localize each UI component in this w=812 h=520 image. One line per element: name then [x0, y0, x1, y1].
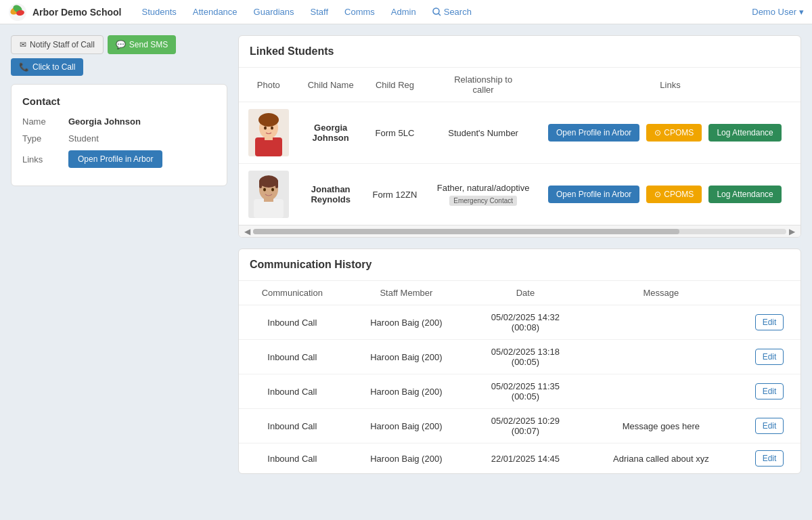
comm-edit-cell: Edit: [738, 340, 800, 374]
student-name-cell: JonathanReynolds: [298, 164, 363, 225]
comm-message: Message goes here: [584, 409, 738, 443]
georgia-open-profile-button[interactable]: Open Profile in Arbor: [548, 124, 639, 142]
open-profile-button[interactable]: Open Profile in Arbor: [68, 150, 162, 168]
contact-card: Contact Name Georgia Johnson Type Studen…: [11, 84, 227, 186]
svg-point-4: [433, 8, 439, 14]
jonathan-log-attendance-button[interactable]: Log Attendance: [708, 186, 781, 203]
navbar: Arbor Demo School Students Attendance Gu…: [0, 0, 812, 24]
contact-links-row: Links Open Profile in Arbor: [22, 150, 216, 168]
student-relationship-cell: Father, natural/adoptive Emergency Conta…: [426, 164, 540, 225]
scroll-track[interactable]: [253, 229, 786, 234]
click-to-call-button[interactable]: 📞 Click to Call: [11, 58, 83, 76]
nav-item-guardians[interactable]: Guardians: [247, 4, 301, 20]
comm-edit-cell: Edit: [738, 409, 800, 443]
comm-type: Inbound Call: [239, 340, 346, 374]
edit-button[interactable]: Edit: [755, 383, 784, 399]
comm-type: Inbound Call: [239, 443, 346, 474]
comm-date: 22/01/2025 14:45: [467, 443, 584, 474]
edit-button[interactable]: Edit: [755, 349, 784, 365]
search-icon: [432, 7, 441, 16]
student-relationship-cell: Student's Number: [426, 102, 540, 164]
georgia-cpoms-button[interactable]: ⊙ CPOMS: [646, 124, 702, 142]
svg-rect-14: [254, 199, 284, 218]
scroll-right-arrow[interactable]: ▶: [786, 227, 798, 236]
col-photo: Photo: [239, 68, 298, 102]
jonathan-open-profile-button[interactable]: Open Profile in Arbor: [548, 186, 639, 203]
contact-type-label: Type: [22, 133, 63, 144]
comm-type: Inbound Call: [239, 305, 346, 340]
comm-edit-cell: Edit: [738, 305, 800, 340]
comm-edit-cell: Edit: [738, 374, 800, 409]
notify-staff-button[interactable]: ✉ Notify Staff of Call: [11, 35, 104, 54]
student-reg-cell: Form 5LC: [363, 102, 427, 164]
scroll-thumb: [253, 229, 679, 234]
user-menu[interactable]: Demo User ▾: [752, 7, 804, 17]
contact-type-row: Type Student: [22, 133, 216, 144]
col-actions: [738, 281, 800, 305]
left-panel: ✉ Notify Staff of Call 💬 Send SMS 📞 Clic…: [11, 35, 227, 186]
contact-title: Contact: [22, 95, 216, 107]
student-name-cell: GeorgiaJohnson: [298, 102, 363, 164]
contact-name-value: Georgia Johnson: [68, 116, 141, 127]
col-child-reg: Child Reg: [363, 68, 427, 102]
comm-staff: Haroon Baig (200): [346, 340, 468, 374]
sms-icon: 💬: [116, 40, 126, 49]
table-row: Inbound Call Haroon Baig (200) 22/01/202…: [239, 443, 800, 474]
nav-items: Students Attendance Guardians Staff Comm…: [135, 4, 752, 20]
table-row: Inbound Call Haroon Baig (200) 05/02/202…: [239, 409, 800, 443]
svg-point-20: [263, 188, 266, 192]
svg-line-5: [438, 14, 441, 16]
comm-staff: Haroon Baig (200): [346, 443, 468, 474]
comm-message: Adriana called about xyz: [584, 443, 738, 474]
comm-history-panel: Communication History Communication Staf…: [238, 248, 801, 474]
svg-rect-19: [275, 180, 278, 188]
user-name: Demo User: [752, 7, 796, 17]
comm-staff: Haroon Baig (200): [346, 305, 468, 340]
jonathan-links: Open Profile in Arbor ⊙ CPOMS Log Attend…: [548, 186, 792, 203]
student-photo-cell: [239, 102, 298, 164]
brand-logo: [8, 3, 27, 22]
edit-button[interactable]: Edit: [755, 314, 784, 330]
table-row: Inbound Call Haroon Baig (200) 05/02/202…: [239, 340, 800, 374]
student-links-cell: Open Profile in Arbor ⊙ CPOMS Log Attend…: [540, 164, 800, 225]
comm-history-title: Communication History: [239, 249, 800, 281]
student-photo-cell: [239, 164, 298, 225]
comm-date: 05/02/2025 10:29 (00:07): [467, 409, 584, 443]
nav-item-admin[interactable]: Admin: [384, 4, 423, 20]
svg-point-11: [264, 127, 267, 130]
svg-point-17: [259, 175, 278, 188]
comm-date: 05/02/2025 13:18 (00:05): [467, 340, 584, 374]
comm-message: [584, 305, 738, 340]
comm-message: [584, 374, 738, 409]
edit-button[interactable]: Edit: [755, 418, 784, 434]
nav-item-attendance[interactable]: Attendance: [186, 4, 244, 20]
brand: Arbor Demo School: [8, 3, 121, 22]
comm-type: Inbound Call: [239, 374, 346, 409]
linked-students-title: Linked Students: [239, 36, 800, 68]
cpoms-icon: ⊙: [654, 190, 661, 199]
horizontal-scrollbar[interactable]: ◀ ▶: [239, 225, 800, 237]
nav-item-students[interactable]: Students: [135, 4, 183, 20]
contact-type-value: Student: [68, 133, 99, 144]
edit-button[interactable]: Edit: [755, 450, 784, 467]
jonathan-cpoms-button[interactable]: ⊙ CPOMS: [646, 186, 702, 203]
send-sms-button[interactable]: 💬 Send SMS: [108, 35, 176, 54]
col-relationship: Relationship tocaller: [426, 68, 540, 102]
nav-search[interactable]: Search: [426, 4, 478, 20]
linked-students-panel: Linked Students Photo Child Name Child R…: [238, 35, 801, 238]
student-links-cell: Open Profile in Arbor ⊙ CPOMS Log Attend…: [540, 102, 800, 164]
scroll-left-arrow[interactable]: ◀: [242, 227, 253, 236]
comm-history-table: Communication Staff Member Date Message …: [239, 281, 800, 473]
svg-rect-7: [255, 137, 282, 156]
contact-links-label: Links: [22, 154, 63, 165]
comm-type: Inbound Call: [239, 409, 346, 443]
col-date: Date: [467, 281, 584, 305]
comm-date: 05/02/2025 11:35 (00:05): [467, 374, 584, 409]
nav-item-comms[interactable]: Comms: [338, 4, 382, 20]
nav-item-staff[interactable]: Staff: [304, 4, 336, 20]
brand-name: Arbor Demo School: [32, 7, 121, 18]
search-label: Search: [444, 7, 472, 17]
georgia-log-attendance-button[interactable]: Log Attendance: [708, 124, 781, 142]
main-content: ✉ Notify Staff of Call 💬 Send SMS 📞 Clic…: [0, 24, 812, 485]
student-reg-cell: Form 12ZN: [363, 164, 427, 225]
